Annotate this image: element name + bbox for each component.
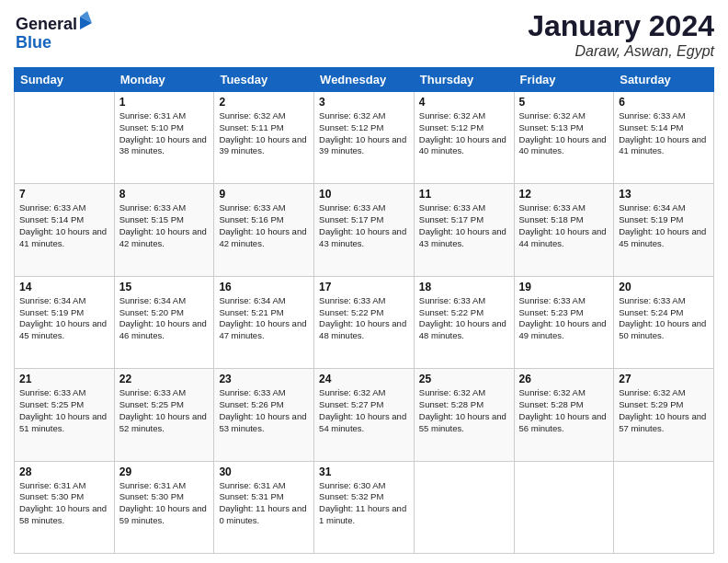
daylight-text: Daylight: 10 hours and 44 minutes. — [519, 226, 609, 250]
table-row: 13Sunrise: 6:34 AMSunset: 5:19 PMDayligh… — [614, 184, 714, 276]
col-tuesday: Tuesday — [214, 68, 314, 92]
daylight-text: Daylight: 10 hours and 40 minutes. — [419, 134, 509, 158]
day-number: 9 — [219, 188, 309, 201]
table-row — [414, 461, 514, 553]
table-row: 5Sunrise: 6:32 AMSunset: 5:13 PMDaylight… — [514, 92, 614, 184]
sunset-text: Sunset: 5:30 PM — [19, 491, 109, 503]
day-number: 18 — [419, 281, 509, 293]
col-wednesday: Wednesday — [314, 68, 415, 92]
sunrise-text: Sunrise: 6:33 AM — [519, 202, 609, 214]
day-number: 24 — [319, 373, 409, 385]
month-title: January 2024 — [528, 9, 714, 43]
daylight-text: Daylight: 10 hours and 50 minutes. — [619, 318, 709, 342]
table-row: 31Sunrise: 6:30 AMSunset: 5:32 PMDayligh… — [314, 461, 415, 553]
day-info: Sunrise: 6:34 AMSunset: 5:19 PMDaylight:… — [619, 202, 709, 249]
day-number: 11 — [419, 188, 509, 201]
day-number: 20 — [619, 281, 709, 293]
daylight-text: Daylight: 10 hours and 39 minutes. — [319, 134, 409, 158]
day-info: Sunrise: 6:33 AMSunset: 5:23 PMDaylight:… — [519, 295, 609, 342]
table-row — [614, 461, 714, 553]
day-info: Sunrise: 6:33 AMSunset: 5:17 PMDaylight:… — [319, 202, 409, 249]
day-info: Sunrise: 6:33 AMSunset: 5:17 PMDaylight:… — [419, 202, 509, 249]
sunrise-text: Sunrise: 6:31 AM — [219, 480, 309, 492]
day-number: 28 — [19, 465, 109, 478]
sunset-text: Sunset: 5:19 PM — [19, 307, 109, 319]
sunrise-text: Sunrise: 6:32 AM — [419, 387, 509, 399]
sunset-text: Sunset: 5:25 PM — [119, 399, 210, 411]
sunrise-text: Sunrise: 6:33 AM — [319, 295, 409, 307]
day-number: 7 — [19, 188, 109, 201]
daylight-text: Daylight: 10 hours and 39 minutes. — [219, 134, 309, 158]
sunrise-text: Sunrise: 6:33 AM — [519, 295, 609, 307]
day-info: Sunrise: 6:33 AMSunset: 5:22 PMDaylight:… — [419, 295, 509, 342]
day-info: Sunrise: 6:33 AMSunset: 5:14 PMDaylight:… — [619, 110, 709, 157]
sunrise-text: Sunrise: 6:33 AM — [119, 387, 210, 399]
header-row: Sunday Monday Tuesday Wednesday Thursday… — [15, 68, 714, 92]
day-info: Sunrise: 6:33 AMSunset: 5:18 PMDaylight:… — [519, 202, 609, 249]
day-info: Sunrise: 6:31 AMSunset: 5:30 PMDaylight:… — [19, 480, 109, 527]
table-row: 21Sunrise: 6:33 AMSunset: 5:25 PMDayligh… — [15, 369, 115, 461]
sunset-text: Sunset: 5:29 PM — [619, 399, 709, 411]
sunset-text: Sunset: 5:25 PM — [19, 399, 109, 411]
day-info: Sunrise: 6:32 AMSunset: 5:27 PMDaylight:… — [319, 387, 409, 434]
day-number: 10 — [319, 188, 409, 201]
sunrise-text: Sunrise: 6:30 AM — [319, 480, 409, 492]
day-info: Sunrise: 6:33 AMSunset: 5:16 PMDaylight:… — [219, 202, 309, 249]
sunset-text: Sunset: 5:12 PM — [319, 122, 409, 134]
daylight-text: Daylight: 10 hours and 41 minutes. — [619, 134, 709, 158]
sunrise-text: Sunrise: 6:33 AM — [319, 202, 409, 214]
daylight-text: Daylight: 10 hours and 43 minutes. — [319, 226, 409, 250]
sunrise-text: Sunrise: 6:32 AM — [419, 110, 509, 122]
logo-area: General Blue — [14, 9, 97, 59]
sunset-text: Sunset: 5:14 PM — [619, 122, 709, 134]
sunset-text: Sunset: 5:26 PM — [219, 399, 309, 411]
day-number: 8 — [119, 188, 210, 201]
day-number: 13 — [619, 188, 709, 201]
daylight-text: Daylight: 11 hours and 0 minutes. — [219, 503, 309, 527]
sunrise-text: Sunrise: 6:34 AM — [119, 295, 210, 307]
location: Daraw, Aswan, Egypt — [528, 43, 714, 60]
week-row-2: 14Sunrise: 6:34 AMSunset: 5:19 PMDayligh… — [15, 276, 714, 368]
header: General Blue January 2024 Daraw, Aswan, … — [14, 9, 714, 60]
sunrise-text: Sunrise: 6:33 AM — [219, 202, 309, 214]
table-row: 25Sunrise: 6:32 AMSunset: 5:28 PMDayligh… — [414, 369, 514, 461]
table-row: 26Sunrise: 6:32 AMSunset: 5:28 PMDayligh… — [514, 369, 614, 461]
day-info: Sunrise: 6:32 AMSunset: 5:12 PMDaylight:… — [419, 110, 509, 157]
day-number: 1 — [119, 96, 210, 109]
sunrise-text: Sunrise: 6:31 AM — [119, 110, 210, 122]
title-area: January 2024 Daraw, Aswan, Egypt — [528, 9, 714, 60]
table-row — [15, 92, 115, 184]
sunset-text: Sunset: 5:22 PM — [319, 307, 409, 319]
table-row: 24Sunrise: 6:32 AMSunset: 5:27 PMDayligh… — [314, 369, 415, 461]
table-row: 11Sunrise: 6:33 AMSunset: 5:17 PMDayligh… — [414, 184, 514, 276]
col-sunday: Sunday — [15, 68, 115, 92]
daylight-text: Daylight: 10 hours and 57 minutes. — [619, 411, 709, 435]
day-number: 12 — [519, 188, 609, 201]
sunrise-text: Sunrise: 6:33 AM — [119, 202, 210, 214]
day-info: Sunrise: 6:33 AMSunset: 5:24 PMDaylight:… — [619, 295, 709, 342]
sunset-text: Sunset: 5:21 PM — [219, 307, 309, 319]
day-info: Sunrise: 6:33 AMSunset: 5:25 PMDaylight:… — [119, 387, 210, 434]
sunset-text: Sunset: 5:11 PM — [219, 122, 309, 134]
day-number: 30 — [219, 465, 309, 478]
table-row: 23Sunrise: 6:33 AMSunset: 5:26 PMDayligh… — [214, 369, 314, 461]
daylight-text: Daylight: 10 hours and 48 minutes. — [319, 318, 409, 342]
day-info: Sunrise: 6:32 AMSunset: 5:13 PMDaylight:… — [519, 110, 609, 157]
day-info: Sunrise: 6:31 AMSunset: 5:31 PMDaylight:… — [219, 480, 309, 527]
sunset-text: Sunset: 5:10 PM — [119, 122, 210, 134]
daylight-text: Daylight: 10 hours and 45 minutes. — [19, 318, 109, 342]
daylight-text: Daylight: 10 hours and 56 minutes. — [519, 411, 609, 435]
day-number: 14 — [19, 281, 109, 293]
sunset-text: Sunset: 5:13 PM — [519, 122, 609, 134]
day-info: Sunrise: 6:33 AMSunset: 5:22 PMDaylight:… — [319, 295, 409, 342]
sunset-text: Sunset: 5:16 PM — [219, 214, 309, 226]
sunset-text: Sunset: 5:20 PM — [119, 307, 210, 319]
day-number: 15 — [119, 281, 210, 293]
sunrise-text: Sunrise: 6:32 AM — [619, 387, 709, 399]
sunrise-text: Sunrise: 6:32 AM — [519, 387, 609, 399]
sunrise-text: Sunrise: 6:31 AM — [19, 480, 109, 492]
logo-icon: General Blue — [14, 9, 97, 55]
sunrise-text: Sunrise: 6:33 AM — [19, 202, 109, 214]
sunrise-text: Sunrise: 6:32 AM — [519, 110, 609, 122]
sunrise-text: Sunrise: 6:33 AM — [619, 110, 709, 122]
